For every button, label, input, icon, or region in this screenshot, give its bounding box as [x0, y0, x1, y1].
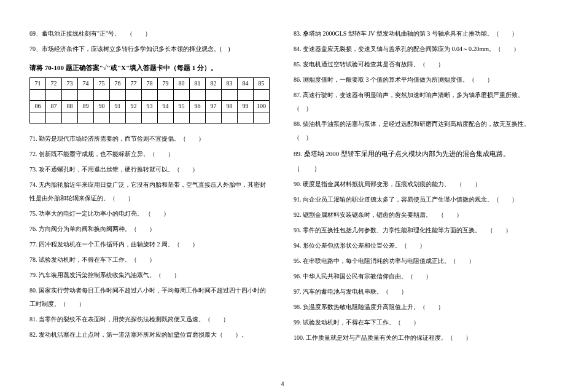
- question-89: 89. 桑塔纳 2000 型轿车采用的电子点火模块内部为先进的混合集成电路。（ …: [294, 146, 536, 176]
- question-81: 81. 当零件的裂纹不在表面时，用荧光探伤法检测既简便又迅速。（ ）: [29, 313, 271, 326]
- q69-text: 69、蓄电池正接线柱刻有"正"号。: [29, 30, 120, 37]
- cell-90: 90: [94, 101, 110, 112]
- question-99: 99. 试验发动机时，不得在车下工作。（ ）: [294, 316, 536, 329]
- question-84: 84. 变速器盖应无裂损，变速叉轴与盖承孔的配合间隙应为 0.04～0.20mm…: [294, 42, 536, 56]
- q87-text: 87. 高速行驶时，变速器有明显响声，突然加速时响声清晰，多为轴承磨损严重所致。…: [294, 92, 524, 112]
- question-72: 72. 创新既不能墨守成规，也不能标新立异。（ ）: [29, 147, 271, 161]
- cell-77: 77: [126, 78, 142, 90]
- right-column: 83. 桑塔纳 2000GLS 型轿车 JV 型发动机曲轴的第 3 号轴承具有止…: [282, 27, 536, 380]
- question-77: 77. 四冲程发动机在一个工作循环内，曲轴旋转 2 周。（ ）: [29, 238, 271, 251]
- question-85: 85. 发电机通过空转试验可检查其是否有故障。（ ）: [294, 58, 536, 71]
- answer-grid: 71 72 73 74 75 76 77 78 79 80 81 82 83 8…: [29, 77, 270, 123]
- cell-98: 98: [222, 101, 238, 112]
- question-92: 92. 锯割金属材料安装锯条时，锯齿的齿尖要朝后。 （ ）: [294, 208, 536, 222]
- q79-text: 79. 汽车装用蒸发污染控制系统收集汽油蒸气。（: [29, 272, 162, 278]
- q83-text: 83. 桑塔纳 2000GLS 型轿车 JV 型发动机曲轴的第 3 号轴承具有止…: [294, 30, 499, 37]
- question-98: 98. 负温度系数热敏电阻随温度升高阻值上升。（ ）: [294, 300, 536, 314]
- question-82: 82. 发动机活塞在上止点时，第一道活塞环所对应的缸壁位置磨损最大（ ）。: [29, 328, 271, 342]
- question-95: 95. 在串联电路中，每个电阻消耗的功率与电阻值成正比。（ ）: [294, 254, 536, 268]
- question-69: 69、蓄电池正接线柱刻有"正"号。 （ ）: [29, 27, 271, 41]
- cell-94: 94: [158, 101, 174, 112]
- q92-text: 92. 锯割金属材料安装锯条时，锯齿的齿尖要朝后。: [294, 211, 432, 218]
- grid-row-1: 71 72 73 74 75 76 77 78 79 80 81 82 83 8…: [30, 78, 270, 90]
- cell-75: 75: [94, 78, 110, 90]
- q74-text: 74. 无内胎轮胎近年来应用日益广泛，它没有内胎和垫带，空气直接压入外胎中，其密…: [29, 181, 266, 202]
- cell-74: 74: [78, 78, 94, 90]
- q70-text: 70、市场经济条件下，应该树立多转行多学知识多长本领的择业观念。(: [29, 45, 222, 52]
- q95-text: 95. 在串联电路中，每个电阻消耗的功率与电阻值成正比。（: [294, 257, 456, 264]
- q73-text: 73. 攻不通螺孔时，不用退出丝锥，硬行推转就可以。（: [29, 166, 180, 173]
- cell-73: 73: [62, 78, 78, 90]
- q78-text: 78. 试验发动机时，不得在车下工作。（: [29, 256, 137, 263]
- q89-text: 89. 桑塔纳 2000 型轿车采用的电子点火模块内部为先进的混合集成电路。（: [294, 150, 510, 172]
- question-97: 97. 汽车的蓄电池与发电机串联。（ ）: [294, 285, 536, 299]
- left-column: 69、蓄电池正接线柱刻有"正"号。 （ ） 70、市场经济条件下，应该树立多转行…: [29, 27, 282, 380]
- q98-text: 98. 负温度系数热敏电阻随温度升高阻值上升。（: [294, 304, 426, 310]
- q71-text: 71. 勤劳是现代市场经济所需要的，而节俭则不宜提倡。（: [29, 135, 186, 142]
- question-75: 75. 功率大的电灯一定比功率小的电灯亮。 （ ）: [29, 207, 271, 221]
- question-93: 93. 零件的互换性包括几何参数、力学性能和理化性能等方面的互换。 （ ）: [294, 224, 536, 237]
- question-83: 83. 桑塔纳 2000GLS 型轿车 JV 型发动机曲轴的第 3 号轴承具有止…: [294, 27, 536, 41]
- q88-text: 88. 柴油机手油泵的活塞与泵体，是经过选配和研磨而达到高精度配合的，故无互换性…: [294, 120, 530, 141]
- question-73: 73. 攻不通螺孔时，不用退出丝锥，硬行推转就可以。（ ）: [29, 163, 271, 176]
- cell-91: 91: [110, 101, 126, 112]
- q85-text: 85. 发电机通过空转试验可检查其是否有故障。（: [294, 61, 426, 68]
- question-87: 87. 高速行驶时，变速器有明显响声，突然加速时响声清晰，多为轴承磨损严重所致。…: [294, 88, 536, 116]
- q77-text: 77. 四冲程发动机在一个工作循环内，曲轴旋转 2 周。（: [29, 241, 180, 248]
- cell-99: 99: [238, 101, 254, 112]
- cell-92: 92: [126, 101, 142, 112]
- cell-89: 89: [78, 101, 94, 112]
- q100-text: 100. 工作质量就是对与产品质量有关的工作的保证程度。（: [294, 334, 453, 341]
- q82-text: 82. 发动机活塞在上止点时，第一道活塞环所对应的缸壁位置磨损最大（: [29, 331, 223, 338]
- q93-text: 93. 零件的互换性包括几何参数、力学性能和理化性能等方面的互换。: [294, 227, 481, 233]
- q96-text: 96. 中华人民共和国公民有宗教信仰自由。（: [294, 273, 413, 280]
- q76-text: 76. 方向阀分为单向阀和换向阀两种。（: [29, 225, 137, 232]
- section-instruction: 请将 70-100 题正确答案"√"或"X"填入答题卡中（每题 1 分）。: [29, 63, 271, 73]
- q81-text: 81. 当零件的裂纹不在表面时，用荧光探伤法检测既简便又迅速。（: [29, 316, 211, 323]
- q86-text: 86. 测烟度值时，一般要取 3 个值的算术平均值做为所测烟度值。（: [294, 76, 475, 83]
- cell-83: 83: [222, 78, 238, 90]
- cell-88: 88: [62, 101, 78, 112]
- question-80: 80. 国家实行劳动者每日工作时间不超过八小时，平均每周工作时间不超过四十四小时…: [29, 284, 271, 311]
- cell-71: 71: [30, 78, 46, 90]
- grid-row-1-blank: [30, 90, 270, 101]
- question-79: 79. 汽车装用蒸发污染控制系统收集汽油蒸气。（ ）: [29, 269, 271, 282]
- cell-72: 72: [46, 78, 62, 90]
- cell-78: 78: [142, 78, 158, 90]
- question-71: 71. 勤劳是现代市场经济所需要的，而节俭则不宜提倡。（ ）: [29, 132, 271, 146]
- q99-text: 99. 试验发动机时，不得在车下工作。（: [294, 319, 401, 326]
- cell-81: 81: [190, 78, 206, 90]
- question-100: 100. 工作质量就是对与产品质量有关的工作的保证程度。（ ）: [294, 331, 536, 345]
- cell-97: 97: [206, 101, 222, 112]
- q72-text: 72. 创新既不能墨守成规，也不能标新立异。（: [29, 151, 155, 157]
- question-76: 76. 方向阀分为单向阀和换向阀两种。（ ）: [29, 222, 271, 236]
- grid-row-2: 86 87 88 89 90 91 92 93 94 95 96 97 98 9…: [30, 101, 270, 112]
- cell-80: 80: [174, 78, 190, 90]
- question-94: 94. 形位公差包括形状公差和位置公差。（ ）: [294, 239, 536, 253]
- q84-text: 84. 变速器盖应无裂损，变速叉轴与盖承孔的配合间隙应为 0.04～0.20mm…: [294, 45, 501, 52]
- q90-text: 90. 硬度是指金属材料抵抗局部变形，压痕或划痕的能力。: [294, 181, 450, 187]
- q97-text: 97. 汽车的蓄电池与发电机串联。（: [294, 288, 389, 295]
- cell-76: 76: [110, 78, 126, 90]
- q91-text: 91. 向企业员工灌输的职业道德太多了，容易使员工产生谨小慎微的观念。（: [294, 196, 499, 203]
- question-86: 86. 测烟度值时，一般要取 3 个值的算术平均值做为所测烟度值。（ ）: [294, 73, 536, 87]
- question-96: 96. 中华人民共和国公民有宗教信仰自由。（ ）: [294, 270, 536, 283]
- question-70: 70、市场经济条件下，应该树立多转行多学知识多长本领的择业观念。( ): [29, 42, 271, 56]
- cell-79: 79: [158, 78, 174, 90]
- question-74: 74. 无内胎轮胎近年来应用日益广泛，它没有内胎和垫带，空气直接压入外胎中，其密…: [29, 178, 271, 205]
- cell-100: 100: [254, 101, 270, 112]
- q75-text: 75. 功率大的电灯一定比功率小的电灯亮。 （: [29, 210, 151, 217]
- question-91: 91. 向企业员工灌输的职业道德太多了，容易使员工产生谨小慎微的观念。（ ）: [294, 193, 536, 206]
- question-78: 78. 试验发动机时，不得在车下工作。（ ）: [29, 253, 271, 267]
- cell-95: 95: [174, 101, 190, 112]
- cell-87: 87: [46, 101, 62, 112]
- q80-text: 80. 国家实行劳动者每日工作时间不超过八小时，平均每周工作时间不超过四十四小时…: [29, 287, 266, 307]
- question-90: 90. 硬度是指金属材料抵抗局部变形，压痕或划痕的能力。 （ ）: [294, 178, 536, 191]
- cell-86: 86: [30, 101, 46, 112]
- cell-82: 82: [206, 78, 222, 90]
- q94-text: 94. 形位公差包括形状公差和位置公差。（: [294, 242, 407, 249]
- grid-row-2-blank: [30, 112, 270, 123]
- cell-93: 93: [142, 101, 158, 112]
- cell-85: 85: [254, 78, 270, 90]
- cell-84: 84: [238, 78, 254, 90]
